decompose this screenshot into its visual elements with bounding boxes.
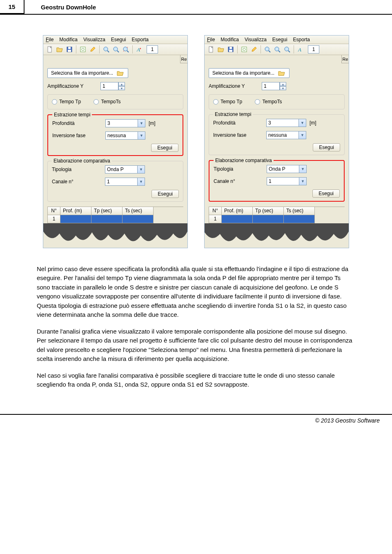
radio-icon — [52, 99, 57, 105]
legend-estrazione: Estrazione tempi — [52, 112, 92, 118]
zoom-fit-icon[interactable] — [283, 45, 291, 53]
spin-down-icon: ▼ — [118, 86, 125, 90]
toolbar-separator — [132, 45, 133, 53]
canale-combo[interactable]: 1 ▼ — [267, 177, 307, 185]
inversione-label: Inversione fase — [213, 132, 266, 138]
radio-tempo-ts[interactable]: TempoTs — [255, 99, 282, 105]
profondita-label: Profondità — [52, 120, 105, 126]
table-row[interactable]: 1 — [209, 215, 345, 223]
th-ts[interactable]: Ts (sec) — [122, 207, 154, 215]
profondita-combo[interactable]: 3 ▼ — [105, 119, 145, 127]
new-file-icon[interactable] — [46, 45, 54, 53]
footer: © 2013 Geostru Software — [0, 414, 392, 432]
tipologia-combo[interactable]: Onda P ▼ — [105, 165, 145, 174]
svg-point-6 — [104, 47, 108, 51]
chevron-down-icon[interactable]: ▼ — [299, 177, 307, 185]
chevron-down-icon[interactable]: ▼ — [299, 165, 307, 173]
body-text: Nel primo caso deve essere specificata l… — [0, 265, 392, 389]
edit-icon[interactable] — [89, 45, 97, 53]
torn-edge — [43, 223, 187, 248]
font-icon[interactable]: A — [296, 45, 305, 53]
spin-down-icon: ▼ — [280, 86, 286, 90]
toolbar-separator — [99, 45, 100, 53]
menu-esporta[interactable]: Esporta — [132, 37, 149, 42]
right-panel-stub: Re — [341, 55, 349, 63]
new-file-icon[interactable] — [207, 45, 215, 53]
menu-visualizza[interactable]: Visualizza — [245, 37, 267, 42]
toolbar-number-input[interactable]: 1 — [147, 45, 158, 53]
radio-icon — [94, 99, 99, 105]
svg-line-9 — [117, 51, 119, 52]
tipologia-label: Tipologia — [214, 166, 267, 172]
menu-esegui[interactable]: Esegui — [111, 37, 126, 42]
zoom-in-icon[interactable] — [263, 45, 272, 53]
paragraph-1: Nel primo caso deve essere specificata l… — [37, 265, 355, 320]
th-tp[interactable]: Tp (sec) — [91, 207, 122, 215]
results-table: N° Prof. (m) Tp (sec) Ts (sec) 1 — [209, 207, 345, 223]
esegui-estrazione-button[interactable]: Esegui — [151, 144, 178, 152]
profondita-unit: [m] — [310, 120, 316, 126]
zoom-out-icon[interactable] — [273, 45, 281, 53]
th-prof[interactable]: Prof. (m) — [60, 207, 91, 215]
chevron-down-icon[interactable]: ▼ — [138, 119, 145, 127]
radio-icon — [255, 99, 260, 105]
preview-icon[interactable] — [79, 45, 87, 53]
inversione-combo[interactable]: nessuna ▼ — [105, 131, 145, 140]
chevron-down-icon[interactable]: ▼ — [299, 131, 306, 139]
edit-icon[interactable] — [250, 45, 258, 53]
table-row[interactable]: 1 — [47, 215, 183, 223]
chevron-down-icon[interactable]: ▼ — [138, 178, 145, 186]
paragraph-3: Nel caso si voglia fare l'analisi compar… — [37, 371, 355, 389]
toolbar-separator — [294, 45, 294, 53]
import-file-button[interactable]: Seleziona file da importare... — [47, 68, 128, 78]
tipologia-combo[interactable]: Onda P ▼ — [267, 165, 307, 173]
menu-modifica[interactable]: Modifica — [220, 37, 239, 42]
menu-esegui[interactable]: Esegui — [272, 37, 287, 42]
legend-elaborazione: Elaborazione comparativa — [214, 158, 274, 163]
open-folder-icon — [278, 69, 286, 77]
menubar[interactable]: File Modifica Visualizza Esegui Esporta — [205, 36, 349, 44]
chevron-down-icon[interactable]: ▼ — [299, 119, 306, 127]
th-prof[interactable]: Prof. (m) — [222, 207, 253, 215]
esegui-elaborazione-button[interactable]: Esegui — [151, 190, 179, 198]
zoom-fit-icon[interactable] — [122, 45, 130, 53]
menu-file[interactable]: File — [46, 37, 53, 42]
import-file-button[interactable]: Seleziona file da importare... — [209, 68, 290, 78]
svg-point-19 — [265, 47, 269, 51]
open-folder-icon[interactable] — [217, 45, 225, 53]
amplification-value[interactable]: 1 — [262, 82, 280, 90]
esegui-elaborazione-button[interactable]: Esegui — [312, 189, 340, 198]
amplification-spinner[interactable]: 1 ▲▼ — [100, 82, 125, 90]
inversione-combo[interactable]: nessuna ▼ — [266, 131, 306, 139]
th-n[interactable]: N° — [209, 207, 222, 215]
profondita-combo[interactable]: 3 ▼ — [266, 119, 306, 127]
save-icon[interactable] — [65, 45, 74, 53]
preview-icon[interactable] — [240, 45, 248, 53]
open-folder-icon[interactable] — [56, 45, 64, 53]
amplification-value[interactable]: 1 — [100, 82, 118, 90]
zoom-out-icon[interactable] — [112, 45, 120, 53]
radio-tempo-tp[interactable]: Tempo Tp — [52, 99, 81, 105]
menu-file[interactable]: File — [207, 37, 215, 42]
chevron-down-icon[interactable]: ▼ — [138, 131, 145, 140]
amplification-spinner[interactable]: 1 ▲▼ — [262, 82, 286, 90]
font-icon[interactable]: A♦ — [135, 45, 143, 53]
menu-esporta[interactable]: Esporta — [293, 37, 310, 42]
chevron-down-icon[interactable]: ▼ — [138, 165, 145, 174]
menu-visualizza[interactable]: Visualizza — [83, 37, 105, 42]
canale-combo[interactable]: 1 ▼ — [105, 178, 145, 186]
radio-tempo-ts[interactable]: TempoTs — [94, 99, 120, 105]
save-icon[interactable] — [227, 45, 235, 53]
screenshots-row: File Modifica Visualizza Esegui Esporta … — [0, 35, 392, 248]
th-tp[interactable]: Tp (sec) — [253, 207, 284, 215]
radio-tempo-tp[interactable]: Tempo Tp — [213, 99, 242, 105]
paragraph-2: Durante l'analisi grafica viene visualiz… — [37, 327, 355, 364]
zoom-in-icon[interactable] — [102, 45, 110, 53]
menubar[interactable]: File Modifica Visualizza Esegui Esporta — [43, 36, 187, 44]
toolbar-number-input[interactable]: 1 — [308, 45, 319, 53]
th-ts[interactable]: Ts (sec) — [284, 207, 315, 215]
th-n[interactable]: N° — [47, 207, 60, 215]
menu-modifica[interactable]: Modifica — [59, 37, 78, 42]
esegui-estrazione-button[interactable]: Esegui — [313, 143, 340, 151]
amplification-label: Amplificazione Y — [47, 83, 100, 89]
